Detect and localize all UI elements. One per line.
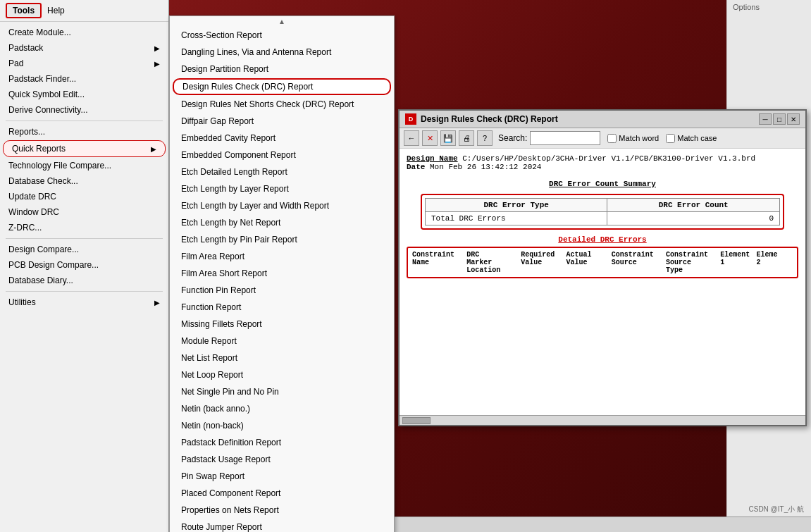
table-col1-header: DRC Error Type [426,199,607,212]
drc-toolbar: ← ✕ 💾 🖨 ? Search: Match word Match case [400,128,805,149]
drc-report-window: D Design Rules Check (DRC) Report ─ □ ✕ … [398,109,807,426]
menu-top: Tools Help [0,0,168,22]
arrow-icon: ▶ [154,44,160,52]
drc-detail-col-headers: ConstraintName DRCMarkerLocation Require… [412,251,793,274]
divider-1 [6,120,163,121]
dropdown-padstack-usage[interactable]: Padstack Usage Report [170,451,394,468]
drc-summary-table: DRC Error Type DRC Error Count Total DRC… [421,194,784,230]
col-drc-marker: DRCMarkerLocation [466,251,521,274]
arrow-icon: ▶ [154,299,160,307]
dropdown-net-loop[interactable]: Net Loop Report [170,366,394,383]
dropdown-padstack-def[interactable]: Padstack Definition Report [170,434,394,451]
dropdown-film-area-short[interactable]: Film Area Short Report [170,265,394,282]
sidebar-utilities[interactable]: Utilities ▶ [0,295,168,310]
dropdown-route-jumper[interactable]: Route Jumper Report [170,519,394,532]
drc-maximize-btn[interactable]: □ [773,113,786,125]
date-label: Date [407,163,425,171]
dropdown-dangling-lines[interactable]: Dangling Lines, Via and Antenna Report [170,44,394,61]
dropdown-film-area[interactable]: Film Area Report [170,248,394,265]
sidebar-tech-file-compare[interactable]: Technology File Compare... [0,158,168,173]
dropdown-etch-by-layer[interactable]: Etch Length by Layer Report [170,180,394,197]
dropdown-function-pin[interactable]: Function Pin Report [170,282,394,299]
drc-save-btn[interactable]: 💾 [440,130,456,146]
sidebar-database-diary[interactable]: Database Diary... [0,273,168,288]
dropdown-drc-net-shorts[interactable]: Design Rules Net Shorts Check (DRC) Repo… [170,96,394,113]
sidebar-pcb-design-compare[interactable]: PCB Design Compare... [0,257,168,273]
drc-design-name-line: Design Name C:/Users/HP/Desktop/3CHA-Dri… [407,154,798,163]
dropdown-function-report[interactable]: Function Report [170,299,394,316]
sidebar-quick-reports[interactable]: Quick Reports ▶ [3,140,166,157]
sidebar-database-check[interactable]: Database Check... [0,173,168,189]
dropdown-placed-component[interactable]: Placed Component Report [170,485,394,502]
arrow-icon: ▶ [154,60,160,68]
sidebar-create-module[interactable]: Create Module... [0,25,168,40]
dropdown-embedded-cavity[interactable]: Embedded Cavity Report [170,130,394,147]
dropdown-drc-report[interactable]: Design Rules Check (DRC) Report [173,78,391,95]
table-row-1: Total DRC Errors 0 [426,212,780,225]
table-col2-header: DRC Error Count [607,199,780,212]
watermark: CSDN @IT_小 航 [749,505,805,514]
drc-stop-btn[interactable]: ✕ [422,130,438,146]
sidebar-design-compare[interactable]: Design Compare... [0,242,168,257]
dropdown-net-single-pin[interactable]: Net Single Pin and No Pin [170,383,394,400]
drc-close-btn[interactable]: ✕ [787,113,800,125]
dropdown-embedded-component[interactable]: Embedded Component Report [170,147,394,163]
dropdown-module-report[interactable]: Module Report [170,333,394,349]
drc-minimize-btn[interactable]: ─ [759,113,772,125]
dropdown-menu: ▲ Cross-Section Report Dangling Lines, V… [169,16,395,532]
col-element2: Eleme2 [757,251,793,274]
dropdown-pin-swap[interactable]: Pin Swap Report [170,468,394,485]
sidebar-reports[interactable]: Reports... [0,124,168,140]
col-constraint-source: ConstraintSource [612,251,666,274]
sidebar-items-list: Create Module... Padstack ▶ Pad ▶ Padsta… [0,22,168,313]
drc-date-line: Date Mon Feb 26 13:42:12 2024 [407,163,798,171]
dropdown-etch-by-layer-width[interactable]: Etch Length by Layer and Width Report [170,197,394,214]
dropdown-arrow-up: ▲ [170,16,394,27]
sidebar-update-drc[interactable]: Update DRC [0,189,168,204]
help-menu-label[interactable]: Help [47,6,65,16]
search-input[interactable] [530,131,600,145]
dropdown-cross-section[interactable]: Cross-Section Report [170,27,394,44]
sidebar-pad[interactable]: Pad ▶ [0,56,168,71]
match-case-checkbox[interactable] [666,134,675,143]
options-label: Options [727,0,811,14]
drc-content: Design Name C:/Users/HP/Desktop/3CHA-Dri… [400,149,805,415]
drc-detail-title: Detailed DRC Errors [407,235,798,244]
dropdown-net-list[interactable]: Net List Report [170,349,394,366]
dropdown-design-partition[interactable]: Design Partition Report [170,61,394,78]
match-word-label: Match word [607,134,659,143]
drc-detail-columns: ConstraintName DRCMarkerLocation Require… [407,247,798,278]
dropdown-properties-nets[interactable]: Properties on Nets Report [170,502,394,519]
drc-titlebar: D Design Rules Check (DRC) Report ─ □ ✕ [400,111,805,128]
date-value: Mon Feb 26 13:42:12 2024 [430,163,541,171]
sidebar-padstack[interactable]: Padstack ▶ [0,40,168,56]
drc-window-icon: D [405,113,416,125]
dropdown-etch-detailed[interactable]: Etch Detailed Length Report [170,163,394,180]
summary-title: DRC Error Count Summary [549,180,656,188]
dropdown-netin-nonback[interactable]: Netin (non-back) [170,417,394,434]
dropdown-diffpair-gap[interactable]: Diffpair Gap Report [170,113,394,130]
drc-window-controls: ─ □ ✕ [759,113,800,125]
drc-horizontal-scrollbar[interactable] [400,415,805,425]
dropdown-etch-by-net[interactable]: Etch Length by Net Report [170,214,394,231]
drc-help-btn[interactable]: ? [477,130,493,146]
col-element1: Element1 [720,251,756,274]
sidebar-window-drc[interactable]: Window DRC [0,204,168,220]
col-constraint-name: ConstraintName [412,251,466,274]
tools-menu-button[interactable]: Tools [6,3,42,18]
col-constraint-source-type: ConstraintSourceType [666,251,720,274]
sidebar-padstack-finder[interactable]: Padstack Finder... [0,71,168,87]
divider-2 [6,238,163,239]
match-word-checkbox[interactable] [607,134,617,143]
dropdown-netin-back[interactable]: Netin (back anno.) [170,400,394,417]
sidebar-quick-symbol[interactable]: Quick Symbol Edit... [0,87,168,102]
sidebar-derive-connectivity[interactable]: Derive Connectivity... [0,102,168,118]
sidebar: Tools Help Create Module... Padstack ▶ P… [0,0,169,532]
dropdown-etch-by-pin-pair[interactable]: Etch Length by Pin Pair Report [170,231,394,248]
drc-back-btn[interactable]: ← [404,130,419,146]
dropdown-missing-fillets[interactable]: Missing Fillets Report [170,316,394,333]
drc-print-btn[interactable]: 🖨 [459,130,474,146]
scrollbar-thumb[interactable] [402,417,431,424]
col-required-value: RequiredValue [521,251,566,274]
sidebar-zdrc[interactable]: Z-DRC... [0,220,168,235]
